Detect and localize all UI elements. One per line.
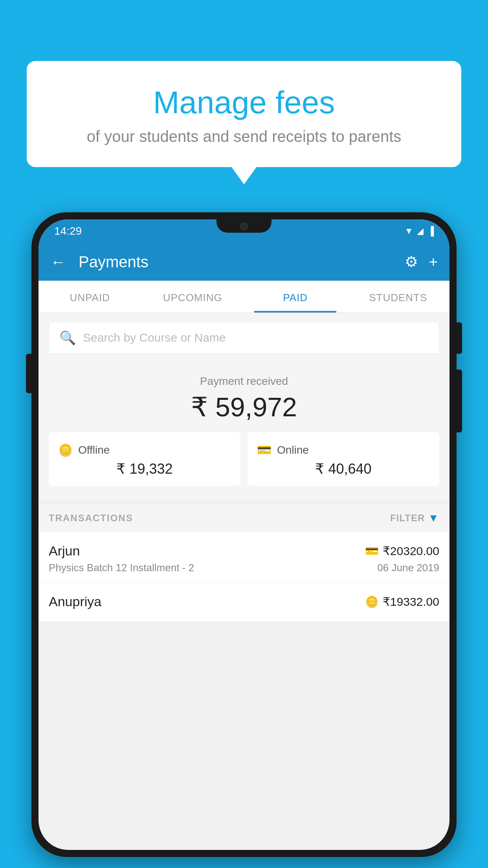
filter-button[interactable]: FILTER ▼ — [390, 512, 439, 524]
tab-paid[interactable]: PAID — [244, 281, 347, 313]
bubble-title: Manage fees — [42, 85, 446, 121]
power-button — [457, 322, 462, 354]
payment-cards: 🪙 Offline ₹ 19,332 💳 Online ₹ 40,640 — [49, 432, 439, 490]
settings-icon[interactable]: ⚙ — [405, 253, 418, 270]
speech-bubble: Manage fees of your students and send re… — [27, 61, 461, 167]
filter-label: FILTER — [390, 513, 425, 524]
transaction-amount: ₹20320.00 — [383, 544, 439, 558]
online-payment-icon: 💳 — [365, 544, 379, 557]
status-icons: ▼ ◢ ▐ — [405, 226, 434, 236]
volume-button — [26, 354, 31, 393]
table-row[interactable]: Arjun 💳 ₹20320.00 Physics Batch 12 Insta… — [39, 532, 449, 583]
transaction-name: Anupriya — [49, 594, 101, 609]
online-card: 💳 Online ₹ 40,640 — [248, 432, 439, 486]
back-button[interactable]: ← — [50, 253, 66, 271]
offline-icon: 🪙 — [58, 443, 73, 457]
signal-icon: ◢ — [417, 226, 424, 236]
payment-received-label: Payment received — [49, 375, 439, 388]
transaction-name: Arjun — [49, 543, 80, 559]
app-bar: ← Payments ⚙ + — [39, 243, 449, 281]
transactions-label: TRANSACTIONS — [49, 513, 133, 524]
tab-students[interactable]: STUDENTS — [347, 281, 450, 313]
tab-unpaid[interactable]: UNPAID — [39, 281, 141, 313]
transaction-date: 06 June 2019 — [377, 562, 439, 574]
search-input-wrap[interactable]: 🔍 Search by Course or Name — [49, 322, 439, 354]
battery-icon: ▐ — [427, 226, 434, 236]
online-icon: 💳 — [257, 443, 272, 457]
search-icon: 🔍 — [59, 330, 76, 346]
payment-summary: Payment received ₹ 59,972 🪙 Offline ₹ 19… — [39, 362, 449, 500]
wifi-icon: ▼ — [405, 226, 413, 236]
search-bar-container: 🔍 Search by Course or Name — [39, 313, 449, 362]
payment-total-amount: ₹ 59,972 — [49, 392, 439, 423]
transaction-list: Arjun 💳 ₹20320.00 Physics Batch 12 Insta… — [39, 532, 449, 622]
transaction-amount-wrap: 💳 ₹20320.00 — [365, 544, 439, 558]
search-placeholder: Search by Course or Name — [83, 331, 226, 344]
offline-card: 🪙 Offline ₹ 19,332 — [49, 432, 240, 486]
transactions-header: TRANSACTIONS FILTER ▼ — [39, 504, 449, 532]
app-bar-actions: ⚙ + — [405, 253, 438, 270]
tab-bar: UNPAID UPCOMING PAID STUDENTS — [39, 281, 449, 313]
offline-amount: ₹ 19,332 — [58, 461, 231, 477]
tab-upcoming[interactable]: UPCOMING — [141, 281, 244, 313]
offline-payment-icon: 🪙 — [365, 595, 379, 608]
add-icon[interactable]: + — [429, 254, 438, 270]
transaction-amount: ₹19332.00 — [383, 595, 439, 609]
notch — [216, 219, 272, 233]
phone-screen: 14:29 ▼ ◢ ▐ ← Payments ⚙ + UNPAID UPCOMI… — [39, 219, 449, 850]
transaction-amount-wrap: 🪙 ₹19332.00 — [365, 595, 439, 609]
camera — [240, 223, 248, 230]
phone-frame: 14:29 ▼ ◢ ▐ ← Payments ⚙ + UNPAID UPCOMI… — [31, 212, 457, 857]
offline-label: Offline — [78, 444, 110, 456]
transaction-course: Physics Batch 12 Installment - 2 — [49, 562, 194, 574]
page-title: Payments — [79, 253, 395, 271]
status-time: 14:29 — [54, 225, 82, 237]
online-amount: ₹ 40,640 — [257, 461, 430, 477]
online-label: Online — [277, 444, 309, 456]
bubble-subtitle: of your students and send receipts to pa… — [42, 128, 446, 145]
table-row[interactable]: Anupriya 🪙 ₹19332.00 — [39, 583, 449, 622]
volume-down-button — [457, 370, 462, 432]
filter-icon: ▼ — [428, 512, 439, 524]
status-bar: 14:29 ▼ ◢ ▐ — [39, 219, 449, 243]
